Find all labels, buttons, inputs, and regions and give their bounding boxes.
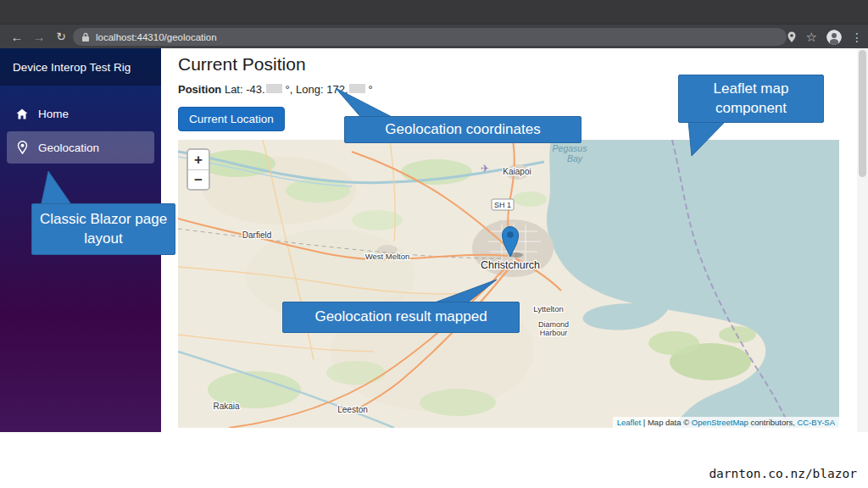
attribution-text-2: contributors, <box>748 418 798 427</box>
map-label-darfield: Darfield <box>242 230 271 240</box>
page-scrollbar[interactable] <box>857 48 868 432</box>
attribution-text: | Map data © <box>641 418 692 427</box>
longitude-unit: ° <box>369 83 373 96</box>
leaflet-link[interactable]: Leaflet <box>617 418 642 427</box>
latitude-unit: °, <box>286 83 293 96</box>
latitude-text: Lat: -43. <box>225 83 265 96</box>
url-text: localhost:44310/geolocation <box>96 32 217 42</box>
sidebar-item-label: Home <box>38 108 69 120</box>
sidebar-nav: Home Geolocation <box>0 86 161 164</box>
zoom-in-button[interactable]: + <box>188 150 209 169</box>
home-icon <box>15 108 29 119</box>
callout-leaflet-map-component: Leaflet map component <box>678 75 824 123</box>
forward-button[interactable]: → <box>29 25 49 49</box>
location-indicator-icon[interactable] <box>787 31 797 43</box>
map-label-rakaia: Rakaia <box>213 402 240 411</box>
map-label-west-melton: West Melton <box>365 252 410 261</box>
map-label-kaiapoi: Kaiapoi <box>503 167 531 176</box>
page-title: Current Position <box>178 54 839 75</box>
openstreetmap-link[interactable]: OpenStreetMap <box>692 418 748 427</box>
map-attribution: Leaflet | Map data © OpenStreetMap contr… <box>613 417 839 428</box>
route-badge-sh1: SH 1 <box>494 201 511 209</box>
map-label-bay: Bay <box>567 153 583 164</box>
zoom-out-button[interactable]: − <box>188 169 209 189</box>
footer-url: darnton.co.nz/blazor <box>709 467 857 480</box>
sidebar-item-label: Geolocation <box>38 141 99 154</box>
map-label-lyttelton: Lyttelton <box>533 304 564 313</box>
map-zoom-control: + − <box>186 148 210 191</box>
map-label-leeston: Leeston <box>337 405 368 414</box>
reload-button[interactable]: ↻ <box>51 25 71 49</box>
browser-menu-icon[interactable]: ⋮ <box>851 31 863 43</box>
leaflet-map[interactable]: Kaiapoi Darfield West Melton Christchurc… <box>178 140 839 428</box>
license-link[interactable]: CC-BY-SA <box>797 418 835 427</box>
latitude-redacted <box>266 84 282 93</box>
browser-tab-strip <box>0 0 868 24</box>
scrollbar-thumb[interactable] <box>859 50 866 177</box>
longitude-redacted <box>349 84 365 93</box>
current-location-button[interactable]: Current Location <box>178 107 285 131</box>
screenshot-root: ← → ↻ localhost:44310/geolocation ☆ ⋮ De… <box>0 0 868 488</box>
back-button[interactable]: ← <box>7 25 27 49</box>
map-label-christchurch: Christchurch <box>481 259 540 271</box>
profile-avatar[interactable] <box>826 30 842 45</box>
app-title[interactable]: Device Interop Test Rig <box>0 48 161 86</box>
location-pin-icon <box>15 141 29 154</box>
longitude-text: Long: 172. <box>296 83 348 96</box>
sidebar-item-home[interactable]: Home <box>7 97 154 130</box>
map-label-diamond-harbour2: Harbour <box>540 329 568 337</box>
address-bar[interactable]: localhost:44310/geolocation <box>73 28 787 46</box>
browser-toolbar: ← → ↻ localhost:44310/geolocation ☆ ⋮ <box>0 24 868 48</box>
callout-geolocation-result: Geolocation result mapped <box>282 302 520 333</box>
map-canvas: Kaiapoi Darfield West Melton Christchurc… <box>178 140 839 428</box>
toolbar-right-icons: ☆ ⋮ <box>787 25 863 49</box>
callout-geolocation-coordinates: Geolocation coordinates <box>344 116 581 143</box>
map-label-pegasus: Pegasus <box>553 143 588 153</box>
bookmark-star-icon[interactable]: ☆ <box>806 30 817 43</box>
sidebar-item-geolocation[interactable]: Geolocation <box>7 131 154 164</box>
map-label-diamond-harbour: Diamond <box>538 320 569 329</box>
position-label: Position <box>178 83 221 96</box>
airport-icon: ✈ <box>481 163 489 175</box>
marker-pin-hole <box>507 231 514 238</box>
lock-icon[interactable] <box>81 32 90 42</box>
callout-classic-blazor-layout: Classic Blazor page layout <box>31 203 175 255</box>
